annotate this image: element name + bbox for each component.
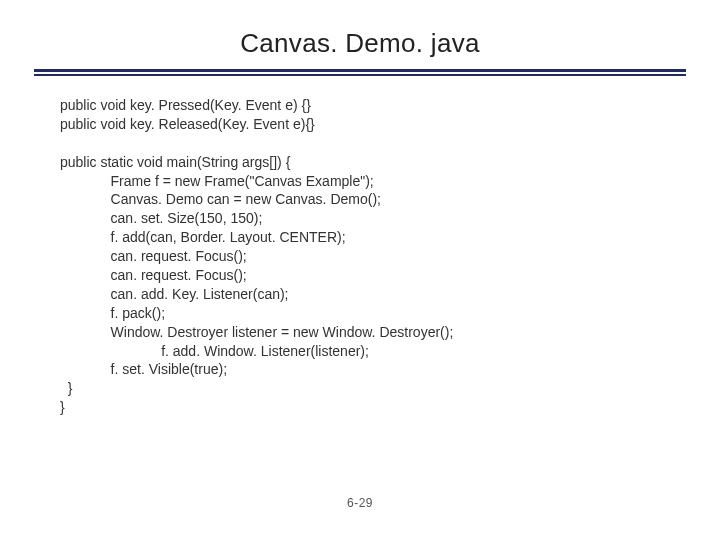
- page-number: 6-29: [0, 496, 720, 510]
- slide-title: Canvas. Demo. java: [0, 28, 720, 59]
- title-block: Canvas. Demo. java: [0, 0, 720, 59]
- title-rule: [34, 69, 686, 76]
- code-body: public void key. Pressed(Key. Event e) {…: [0, 76, 720, 417]
- slide: Canvas. Demo. java public void key. Pres…: [0, 0, 720, 540]
